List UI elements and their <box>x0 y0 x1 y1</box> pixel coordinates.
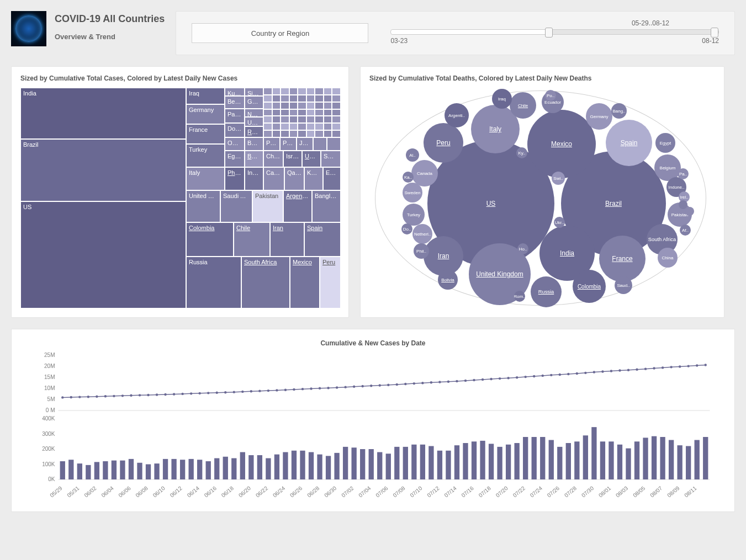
treemap-cell[interactable]: Neth.. <box>245 109 263 117</box>
bubble-item[interactable]: Egypt <box>655 133 675 153</box>
treemap-cell-small[interactable] <box>315 109 324 116</box>
treemap-cell[interactable]: South Africa <box>241 257 290 308</box>
treemap-cell-small[interactable] <box>263 116 272 123</box>
treemap-cell[interactable]: Roma.. <box>245 126 263 137</box>
treemap-cell-small[interactable] <box>315 102 324 109</box>
treemap-cell-small[interactable] <box>298 116 306 123</box>
treemap-cell[interactable]: Iraq <box>186 88 225 104</box>
treemap-chart[interactable]: IndiaBrazilUSIraqGermanyFranceTurkeyItal… <box>20 88 341 308</box>
bubble-item[interactable]: Ky.. <box>516 147 527 158</box>
bubble-item[interactable]: Bolivia <box>438 270 458 290</box>
treemap-cell-small[interactable] <box>298 102 306 109</box>
bubble-item[interactable]: Al.. <box>406 148 419 162</box>
treemap-cell-small[interactable] <box>272 95 281 102</box>
treemap-cell-small[interactable] <box>306 116 315 123</box>
treemap-cell[interactable]: Philipp.. <box>225 167 245 190</box>
treemap-cell[interactable]: Germany <box>186 104 225 124</box>
treemap-cell-small[interactable] <box>281 88 289 95</box>
bubble-item[interactable]: Colombia <box>573 270 606 303</box>
treemap-cell[interactable]: Oman <box>225 137 245 151</box>
treemap-cell[interactable]: Belgi.. <box>225 96 245 109</box>
bubble-item[interactable]: Po.. <box>545 90 556 101</box>
treemap-cell-small[interactable] <box>324 116 332 123</box>
bubble-chart[interactable]: USBrazilMexicoUnited KingdomIndiaItalyFr… <box>369 88 712 308</box>
treemap-cell[interactable] <box>327 137 341 151</box>
treemap-cell[interactable]: Turkey <box>186 144 225 167</box>
treemap-cell-small[interactable] <box>263 130 272 137</box>
treemap-cell-small[interactable] <box>332 130 341 137</box>
bubble-item[interactable]: Phil.. <box>414 243 429 259</box>
treemap-cell-small[interactable] <box>289 102 298 109</box>
treemap-cell[interactable]: Qatar <box>284 167 304 190</box>
bubble-item[interactable]: Peru <box>424 123 463 163</box>
treemap-cell-small[interactable] <box>306 109 315 116</box>
treemap-cell-small[interactable] <box>289 109 298 116</box>
treemap-cell[interactable]: Indon.. <box>245 167 263 190</box>
treemap-cell[interactable]: Colombia <box>186 222 234 257</box>
treemap-cell[interactable]: Iran <box>270 222 304 257</box>
bubble-item[interactable]: Bang.. <box>611 103 627 119</box>
combo-chart[interactable]: 0 M5M10M15M20M25M0K100K200K300K400K05/29… <box>23 353 723 507</box>
treemap-cell-small[interactable] <box>315 116 324 123</box>
treemap-cell[interactable]: Banglad.. <box>312 190 341 222</box>
treemap-cell[interactable]: Cana.. <box>263 167 284 190</box>
bubble-item[interactable]: Ka.. <box>403 172 414 183</box>
bubble-item[interactable]: Rom.. <box>514 291 525 302</box>
treemap-cell[interactable]: Pana.. <box>225 109 245 123</box>
bubble-item[interactable]: Russia <box>531 276 562 307</box>
treemap-cell[interactable]: Russia <box>186 257 241 308</box>
slider-handle-end[interactable] <box>711 28 718 38</box>
treemap-cell-small[interactable] <box>272 123 281 130</box>
treemap-cell-small[interactable] <box>324 130 332 137</box>
treemap-cell-small[interactable] <box>324 123 332 130</box>
treemap-cell-small[interactable] <box>298 130 306 137</box>
bubble-item[interactable]: Argenti.. <box>445 103 469 127</box>
bubble-item[interactable]: Swi.. <box>552 172 565 185</box>
treemap-cell[interactable] <box>313 137 327 151</box>
treemap-cell-small[interactable] <box>289 116 298 123</box>
treemap-cell-small[interactable] <box>281 109 289 116</box>
treemap-cell-small[interactable] <box>289 130 298 137</box>
treemap-cell-small[interactable] <box>298 88 306 95</box>
treemap-cell-small[interactable] <box>263 95 272 102</box>
treemap-cell[interactable]: France <box>186 124 225 144</box>
treemap-cell-small[interactable] <box>272 116 281 123</box>
bubble-item[interactable]: Iraq <box>492 89 512 109</box>
treemap-cell[interactable]: Guate.. <box>245 96 263 109</box>
treemap-cell-small[interactable] <box>272 102 281 109</box>
treemap-cell-small[interactable] <box>298 123 306 130</box>
bubble-item[interactable]: Do.. <box>401 223 412 234</box>
treemap-cell[interactable]: Ecua.. <box>323 167 341 190</box>
bubble-item[interactable]: Spain <box>606 120 652 166</box>
slider-handle-start[interactable] <box>545 28 553 38</box>
treemap-cell[interactable]: Belar.. <box>245 137 263 151</box>
bubble-item[interactable]: Ho.. <box>517 243 528 254</box>
bubble-item[interactable]: Saud.. <box>615 276 632 294</box>
bubble-item[interactable]: Pa.. <box>678 168 689 179</box>
treemap-cell[interactable]: Ukrai.. <box>302 151 321 167</box>
treemap-cell-small[interactable] <box>281 116 289 123</box>
treemap-cell-small[interactable] <box>332 102 341 109</box>
treemap-cell-small[interactable] <box>272 88 281 95</box>
treemap-cell-small[interactable] <box>324 88 332 95</box>
treemap-cell-small[interactable] <box>315 130 324 137</box>
treemap-cell-small[interactable] <box>315 123 324 130</box>
treemap-cell-small[interactable] <box>263 123 272 130</box>
bubble-item[interactable]: Mexico <box>527 110 596 178</box>
treemap-cell-small[interactable] <box>298 109 306 116</box>
treemap-cell[interactable]: Saudi Ara.. <box>220 190 252 222</box>
treemap-cell[interactable]: Pola.. <box>263 137 280 151</box>
treemap-cell[interactable]: Chile <box>234 222 270 257</box>
treemap-cell-small[interactable] <box>289 88 298 95</box>
treemap-cell[interactable]: China <box>263 151 283 167</box>
treemap-cell-small[interactable] <box>306 95 315 102</box>
bubble-item[interactable]: Iran <box>424 236 463 276</box>
bubble-item[interactable]: Germany <box>586 103 612 130</box>
bubble-item[interactable]: Netherl.. <box>412 224 432 244</box>
bubble-item[interactable]: France <box>599 236 646 282</box>
treemap-cell-small[interactable] <box>281 130 289 137</box>
bubble-item[interactable]: Chile <box>510 92 536 119</box>
treemap-cell[interactable]: Argentina <box>283 190 312 222</box>
treemap-cell-small[interactable] <box>332 95 341 102</box>
treemap-cell-small[interactable] <box>263 88 272 95</box>
